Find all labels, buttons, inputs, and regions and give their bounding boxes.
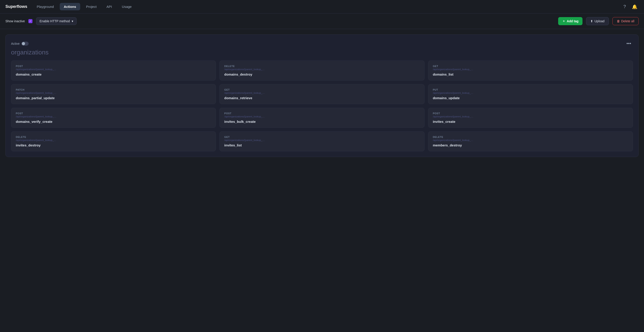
endpoint-name: invites_destroy — [16, 143, 211, 147]
endpoint-path: /api/organizations/{parent_lookup_… — [224, 139, 420, 142]
endpoint-card[interactable]: DELETE/api/organizations/{parent_lookup_… — [220, 60, 424, 81]
endpoint-card[interactable]: DELETE/api/organizations/{parent_lookup_… — [428, 131, 633, 151]
endpoint-name: invites_list — [224, 143, 420, 147]
endpoint-method: POST — [16, 65, 211, 67]
endpoint-card[interactable]: DELETE/api/organizations/{parent_lookup_… — [11, 131, 216, 151]
endpoint-path: /api/organizations/{parent_lookup_… — [224, 115, 420, 118]
endpoint-path: /api/organizations/{parent_lookup_… — [433, 139, 628, 142]
show-inactive-label: Show inactive — [6, 19, 25, 23]
endpoint-card[interactable]: POST/api/organizations/{parent_lookup_…d… — [11, 60, 216, 81]
endpoint-path: /api/organizations/{parent_lookup_… — [433, 68, 628, 71]
endpoint-path: /api/organizations/{parent_lookup_… — [16, 139, 211, 142]
endpoint-method: DELETE — [224, 65, 420, 67]
brand: Superflows — [6, 4, 27, 9]
add-tag-label: Add tag — [567, 19, 578, 23]
endpoint-method: DELETE — [16, 136, 211, 138]
help-button[interactable]: ? — [620, 3, 629, 11]
delete-all-label: Delete all — [621, 19, 634, 23]
checkmark-icon: ✓ — [29, 19, 32, 23]
endpoint-method: POST — [16, 112, 211, 115]
toolbar: Show inactive ✓ Enable HTTP method ▾ ＋ A… — [0, 13, 644, 29]
section-card: Active ••• organizations POST/api/organi… — [6, 34, 638, 157]
bell-icon: 🔔 — [632, 4, 638, 9]
endpoint-path: /api/organizations/{parent_lookup_… — [433, 92, 628, 94]
endpoint-path: /api/organizations/{parent_lookup_… — [433, 115, 628, 118]
trash-icon: 🗑 — [617, 19, 620, 23]
endpoint-path: /api/organizations/{parent_lookup_… — [224, 92, 420, 94]
endpoint-name: domains_create — [16, 72, 211, 76]
add-tag-button[interactable]: ＋ Add tag — [558, 17, 582, 25]
endpoint-method: POST — [224, 112, 420, 115]
endpoint-method: PATCH — [16, 88, 211, 91]
upload-icon: ⬆ — [590, 19, 593, 23]
upload-label: Upload — [594, 19, 604, 23]
upload-button[interactable]: ⬆ Upload — [586, 17, 608, 25]
endpoint-name: domains_list — [433, 72, 628, 76]
nav-item-api[interactable]: API — [102, 3, 116, 10]
endpoint-method: GET — [224, 88, 420, 91]
section-header: Active ••• — [11, 40, 633, 47]
endpoint-method: PUT — [433, 88, 628, 91]
endpoint-name: invites_bulk_create — [224, 120, 420, 124]
endpoint-name: domains_update — [433, 96, 628, 100]
navbar: Superflows Playground Actions Project AP… — [0, 0, 644, 13]
help-icon: ? — [623, 4, 626, 9]
endpoint-card[interactable]: POST/api/organizations/{parent_lookup_…i… — [220, 108, 424, 128]
more-options-button[interactable]: ••• — [624, 40, 633, 47]
endpoint-path: /api/organizations/{parent_lookup_… — [224, 68, 420, 71]
chevron-down-icon: ▾ — [72, 19, 73, 23]
endpoint-card[interactable]: POST/api/organizations/{parent_lookup_…d… — [11, 108, 216, 128]
notifications-button[interactable]: 🔔 — [630, 3, 638, 11]
endpoint-card[interactable]: PUT/api/organizations/{parent_lookup_…do… — [428, 84, 633, 104]
endpoint-name: domains_destroy — [224, 72, 420, 76]
endpoint-name: domains_partial_update — [16, 96, 211, 100]
nav-item-usage[interactable]: Usage — [118, 3, 136, 10]
active-label: Active — [11, 42, 20, 45]
endpoint-method: DELETE — [433, 136, 628, 138]
section-title: organizations — [11, 49, 633, 56]
delete-all-button[interactable]: 🗑 Delete all — [612, 17, 638, 25]
endpoint-card[interactable]: GET/api/organizations/{parent_lookup_…in… — [220, 131, 424, 151]
endpoint-card[interactable]: GET/api/organizations/{parent_lookup_…do… — [220, 84, 424, 104]
endpoints-grid: POST/api/organizations/{parent_lookup_…d… — [11, 60, 633, 151]
http-method-dropdown[interactable]: Enable HTTP method ▾ — [36, 17, 76, 25]
main-content: Active ••• organizations POST/api/organi… — [0, 29, 644, 163]
nav-item-project[interactable]: Project — [82, 3, 101, 10]
endpoint-path: /api/organizations/{parent_lookup_… — [16, 92, 211, 94]
dropdown-label: Enable HTTP method — [40, 19, 70, 23]
endpoint-card[interactable]: GET/api/organizations/{parent_lookup_…do… — [428, 60, 633, 81]
endpoint-name: domains_verify_create — [16, 120, 211, 124]
section-active: Active — [11, 42, 28, 46]
endpoint-path: /api/organizations/{parent_lookup_… — [16, 115, 211, 118]
nav-item-playground[interactable]: Playground — [33, 3, 58, 10]
endpoint-name: invites_create — [433, 120, 628, 124]
endpoint-card[interactable]: PATCH/api/organizations/{parent_lookup_…… — [11, 84, 216, 104]
nav-item-actions[interactable]: Actions — [60, 3, 80, 10]
endpoint-name: members_destroy — [433, 143, 628, 147]
endpoint-card[interactable]: POST/api/organizations/{parent_lookup_…i… — [428, 108, 633, 128]
plus-icon: ＋ — [562, 19, 565, 23]
endpoint-method: GET — [224, 136, 420, 138]
show-inactive-checkbox[interactable]: ✓ — [28, 19, 32, 23]
endpoint-method: GET — [433, 65, 628, 67]
endpoint-method: POST — [433, 112, 628, 115]
endpoint-path: /api/organizations/{parent_lookup_… — [16, 68, 211, 71]
endpoint-name: domains_retrieve — [224, 96, 420, 100]
active-toggle[interactable] — [22, 42, 28, 46]
